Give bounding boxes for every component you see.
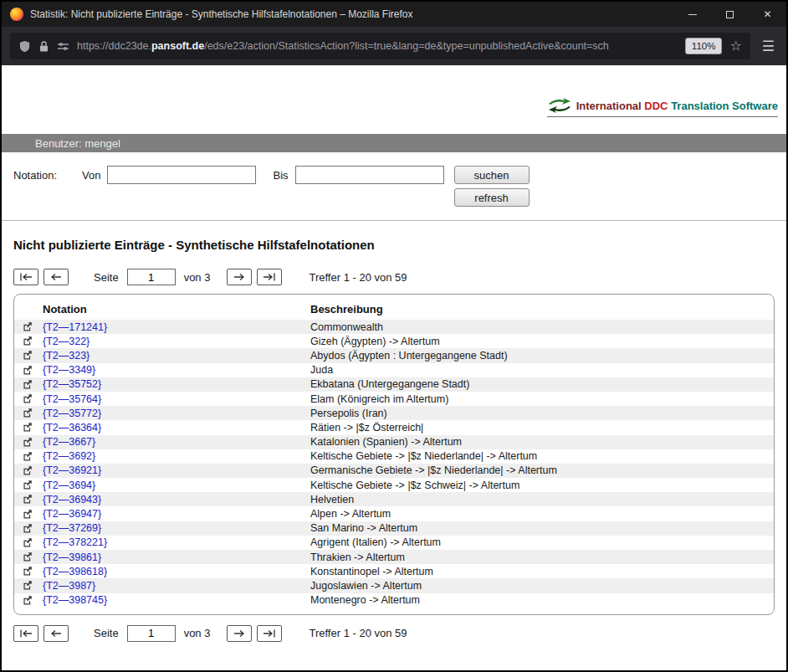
next-page-button[interactable] <box>227 625 252 642</box>
row-description: Keltische Gebiete -> |$z Schweiz| -> Alt… <box>310 480 774 491</box>
row-description: Thrakien -> Altertum <box>310 551 774 563</box>
results-table: Notation Beschreibung {T2—171241} Common… <box>13 294 775 615</box>
open-entry-icon[interactable] <box>14 451 43 462</box>
row-notation-link[interactable]: {T2—36364} <box>43 422 310 433</box>
row-notation-link[interactable]: {T2—322} <box>43 336 310 347</box>
row-notation-link[interactable]: {T2—3694} <box>43 480 310 491</box>
open-entry-icon[interactable] <box>14 523 43 534</box>
last-page-button[interactable] <box>257 269 282 285</box>
open-entry-icon[interactable] <box>14 422 43 433</box>
open-entry-icon[interactable] <box>14 393 43 404</box>
open-entry-icon[interactable] <box>14 350 43 361</box>
row-notation-link[interactable]: {T2—39861} <box>43 551 310 563</box>
table-row: {T2—3349} Juda <box>14 363 774 377</box>
page-number-input[interactable] <box>127 269 176 285</box>
page-number-input[interactable] <box>127 625 176 642</box>
row-description: Helvetien <box>310 494 774 505</box>
form-buttons: suchen refresh <box>454 166 530 207</box>
row-description: Montenegro -> Altertum <box>310 594 774 606</box>
menu-icon[interactable]: ☰ <box>759 39 778 54</box>
row-notation-link[interactable]: {T2—3987} <box>43 580 310 592</box>
row-notation-link[interactable]: {T2—36947} <box>43 508 310 520</box>
url-host: pansoft.de <box>151 40 204 52</box>
open-entry-icon[interactable] <box>14 465 43 476</box>
ddc-logo: International DDC Translation Software <box>547 97 778 117</box>
row-notation-link[interactable]: {T2—398618} <box>43 566 310 577</box>
open-entry-icon[interactable] <box>14 437 43 448</box>
next-page-button[interactable] <box>227 269 252 285</box>
divider <box>2 220 786 221</box>
minimize-button[interactable] <box>673 2 711 27</box>
open-entry-icon[interactable] <box>14 595 43 606</box>
row-description: Abydos (Ägypten : Untergegangene Stadt) <box>310 350 774 362</box>
row-notation-link[interactable]: {T2—36943} <box>43 494 310 505</box>
row-notation-link[interactable]: {T2—36921} <box>43 464 310 476</box>
table-row: {T2—3667} Katalonien (Spanien) -> Altert… <box>14 435 774 449</box>
row-notation-link[interactable]: {T2—35764} <box>43 393 310 405</box>
row-notation-link[interactable]: {T2—171241} <box>43 321 310 333</box>
open-entry-icon[interactable] <box>14 494 43 505</box>
open-entry-icon[interactable] <box>14 509 43 520</box>
row-description: Keltische Gebiete -> |$z Niederlande| ->… <box>310 450 774 462</box>
row-description: Gizeh (Ägypten) -> Altertum <box>310 336 774 347</box>
table-row: {T2—3694} Keltische Gebiete -> |$z Schwe… <box>14 478 774 492</box>
first-page-button[interactable] <box>13 269 38 285</box>
first-page-button[interactable] <box>13 625 38 642</box>
zoom-level-badge[interactable]: 110% <box>685 38 723 54</box>
prev-page-button[interactable] <box>43 269 69 285</box>
page-content: International DDC Translation Software B… <box>2 65 786 670</box>
lock-icon[interactable] <box>38 40 49 53</box>
bookmark-star-icon[interactable]: ☆ <box>729 39 741 53</box>
row-description: Alpen -> Altertum <box>310 508 774 520</box>
row-description: Germanische Gebiete -> |$z Niederlande| … <box>310 464 774 476</box>
maximize-button[interactable] <box>711 2 749 27</box>
table-row: {T2—36943} Helvetien <box>14 492 774 506</box>
browser-window: Statistik: Nicht publizierte Einträge - … <box>0 0 788 672</box>
suchen-button[interactable]: suchen <box>454 166 530 184</box>
bis-input[interactable] <box>295 166 444 184</box>
permissions-icon[interactable] <box>57 41 69 52</box>
row-notation-link[interactable]: {T2—3667} <box>43 436 310 448</box>
prev-page-icon <box>49 629 63 638</box>
refresh-button[interactable]: refresh <box>454 188 530 207</box>
row-notation-link[interactable]: {T2—378221} <box>43 536 310 548</box>
prev-page-button[interactable] <box>43 625 69 642</box>
last-page-button[interactable] <box>257 625 282 642</box>
url-bar[interactable]: https://ddc23de.pansoft.de/eds/e23/actio… <box>10 33 750 59</box>
row-notation-link[interactable]: {T2—35772} <box>43 408 310 419</box>
von-label: Von <box>82 166 100 182</box>
open-entry-icon[interactable] <box>14 537 43 548</box>
first-page-icon <box>19 273 33 281</box>
row-notation-link[interactable]: {T2—398745} <box>43 594 310 606</box>
row-notation-link[interactable]: {T2—3349} <box>43 364 310 376</box>
table-row: {T2—36947} Alpen -> Altertum <box>14 506 774 521</box>
von-input[interactable] <box>107 166 256 184</box>
navigation-toolbar: https://ddc23de.pansoft.de/eds/e23/actio… <box>2 27 786 65</box>
table-row: {T2—3987} Jugoslawien -> Altertum <box>14 578 774 592</box>
open-entry-icon[interactable] <box>14 321 43 332</box>
open-entry-icon[interactable] <box>14 379 43 390</box>
row-description: Commonwealth <box>310 321 774 333</box>
row-notation-link[interactable]: {T2—37269} <box>43 522 310 534</box>
logo-text: International DDC Translation Software <box>576 100 778 112</box>
open-entry-icon[interactable] <box>14 336 43 346</box>
open-entry-icon[interactable] <box>14 551 43 562</box>
open-entry-icon[interactable] <box>14 365 43 376</box>
last-page-icon <box>263 629 276 638</box>
row-notation-link[interactable]: {T2—323} <box>43 350 310 362</box>
table-row: {T2—398745} Montenegro -> Altertum <box>14 593 774 608</box>
open-entry-icon[interactable] <box>14 480 43 490</box>
shield-icon[interactable] <box>18 40 31 53</box>
row-notation-link[interactable]: {T2—35752} <box>43 378 310 390</box>
user-label: Benutzer: mengel <box>35 137 120 150</box>
table-row: {T2—36921} Germanische Gebiete -> |$z Ni… <box>14 464 774 478</box>
url-text: https://ddc23de.pansoft.de/eds/e23/actio… <box>77 40 678 52</box>
open-entry-icon[interactable] <box>14 408 43 418</box>
open-entry-icon[interactable] <box>14 580 43 591</box>
close-button[interactable]: ✕ <box>749 2 786 27</box>
row-notation-link[interactable]: {T2—3692} <box>43 450 310 462</box>
open-entry-icon[interactable] <box>14 566 43 577</box>
ddc-logo-icon <box>547 97 572 114</box>
column-header-notation: Notation <box>43 303 310 315</box>
bis-label: Bis <box>273 166 288 182</box>
